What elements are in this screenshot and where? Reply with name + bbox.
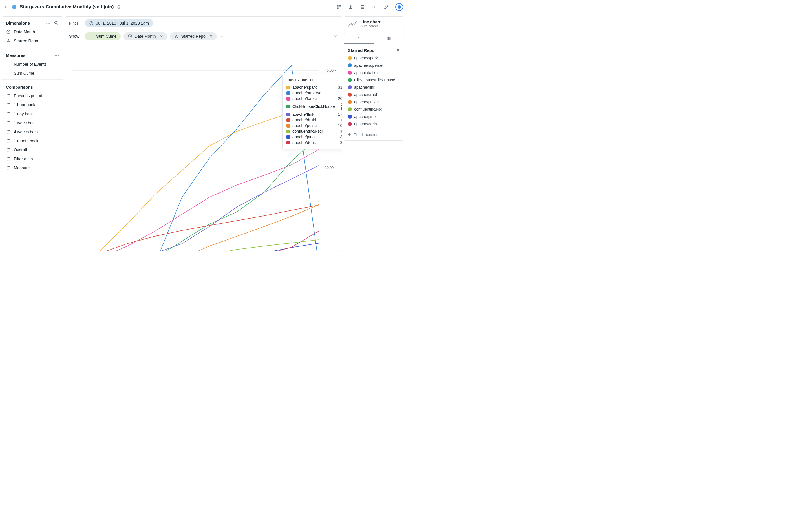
y-axis-label: 40.00 k [325,68,336,72]
legend-item[interactable]: apache/kafka [344,69,404,76]
svg-rect-15 [7,121,10,124]
comparison-item[interactable]: 1 day back [2,109,63,118]
comparison-label: 1 month back [14,138,38,143]
legend-item[interactable]: confluentinc/ksql [344,106,404,113]
tooltip-swatch [287,86,290,89]
add-show-button[interactable]: + [220,34,224,39]
comparison-label: Filter delta [14,157,33,161]
close-icon[interactable]: ✕ [160,34,163,39]
close-icon[interactable]: ✕ [209,34,213,39]
legend-item[interactable]: apache/pinot [344,113,404,120]
clock-icon [128,34,133,39]
legend-item-label: apache/superset [354,63,384,68]
legend-item[interactable]: ClickHouse/ClickHouse [344,76,404,83]
chart-type-subtitle: Auto select [360,24,380,28]
legend-swatch [348,93,352,97]
tooltip-swatch [287,135,290,139]
pin-dimension-button[interactable]: + Pin dimension [344,129,404,140]
chart-area[interactable]: 40.00 k 20.00 k DecDecDecDecDec Jan 1 - … [65,43,342,251]
show-label: Show [69,34,82,39]
legend-item[interactable]: apache/flink [344,83,404,91]
measures-label: Measures [6,53,26,58]
more-icon[interactable] [371,4,377,10]
info-icon[interactable] [116,4,122,10]
search-icon[interactable] [53,20,59,25]
svg-rect-6 [361,8,364,9]
comparison-item[interactable]: Overall [2,145,63,154]
legend-item[interactable]: apache/superset [344,62,404,69]
svg-rect-19 [7,158,10,160]
legend-item[interactable]: apache/doris [344,120,404,128]
add-filter-button[interactable]: + [156,21,160,25]
measures-header: Measures ••• [2,49,63,60]
user-avatar[interactable] [395,3,403,11]
measure-label: Number of Events [14,62,47,66]
comparison-label: 4 weeks back [14,129,39,134]
series-line [72,150,319,251]
comparisons-label: Comparisons [6,85,33,90]
tooltip-series-value: 3.77 k [340,140,342,145]
comparison-label: 1 day back [14,112,34,116]
legend-item[interactable]: apache/pulsar [344,98,404,106]
layers-icon[interactable] [360,4,365,10]
comparison-item[interactable]: 1 week back [2,118,63,127]
split-date-chip[interactable]: Date Month ✕ [123,33,167,40]
download-icon[interactable] [348,4,354,10]
legend-header: Starred Repo ✕ [344,44,404,54]
legend-item-label: apache/doris [354,122,377,126]
dimension-label: Starred Repo [14,39,38,43]
measure-item[interactable]: Number of Events [2,60,63,69]
clock-icon [89,20,94,25]
split-repo-chip[interactable]: A Starred Repo ✕ [170,33,217,40]
comparison-item[interactable]: Measure [2,163,63,172]
split-repo-label: Starred Repo [181,34,206,39]
legend-item-label: apache/flink [354,85,375,90]
chart-type-card[interactable]: Line chart Auto select [344,16,404,31]
tooltip-series-value: 4.65 k [340,129,342,133]
series-line [72,205,319,251]
comparison-label: Measure [14,166,30,170]
tooltip-series-name: apache/kafka [292,96,332,101]
bar-chart-icon [6,71,11,76]
close-icon[interactable]: ✕ [396,48,400,53]
comparison-label: Previous period [14,94,42,98]
legend-swatch [348,86,352,89]
tooltip-row: ClickHouse/ClickHouse 21.42 k [287,101,342,112]
svg-rect-5 [361,7,364,7]
comparison-label: 1 week back [14,121,37,125]
legend-title: Starred Repo [348,48,374,53]
tooltip-swatch [287,113,290,116]
dimension-item[interactable]: Date Month [2,27,63,36]
tooltip-series-value: 20.64 k [338,96,342,101]
style-tab[interactable] [374,33,404,44]
edit-icon[interactable] [384,4,389,10]
pin-dimension-label: Pin dimension [354,132,378,137]
chart-type-title: Line chart [360,19,380,24]
comparison-item[interactable]: Filter delta [2,154,63,163]
legend-item[interactable]: apache/druid [344,91,404,98]
pin-tab[interactable] [344,33,374,44]
svg-rect-13 [7,103,10,106]
comparison-item[interactable]: 4 weeks back [2,127,63,136]
add-tile-icon[interactable] [336,4,342,10]
legend-swatch [348,107,352,111]
dimension-item[interactable]: A Starred Repo [2,36,63,45]
measure-chip[interactable]: Sum Cume [85,33,121,40]
comparison-item[interactable]: 1 month back [2,136,63,145]
comparison-item[interactable]: Previous period [2,91,63,100]
comparison-item[interactable]: 1 hour back [2,100,63,109]
filter-bar: Filter Jul 1, 2013 - Jul 1, 2023 1am + [65,17,342,30]
dimensions-more-icon[interactable]: ••• [46,20,50,25]
tooltip-series-name: apache/doris [292,140,334,145]
time-filter-chip[interactable]: Jul 1, 2013 - Jul 1, 2023 1am [85,19,153,27]
svg-rect-4 [361,5,364,6]
back-button[interactable] [3,4,8,10]
legend-item[interactable]: apache/spark [344,54,404,62]
line-chart-icon [348,20,357,28]
tooltip-row: confluentinc/ksql 4.65 k [287,128,342,134]
svg-rect-16 [7,130,10,133]
tooltip-row: apache/pulsar 10.11 k [287,123,342,128]
expand-show-caret[interactable] [333,34,338,39]
measure-item[interactable]: Sum Cume [2,69,63,78]
measures-more-icon[interactable]: ••• [54,52,59,58]
